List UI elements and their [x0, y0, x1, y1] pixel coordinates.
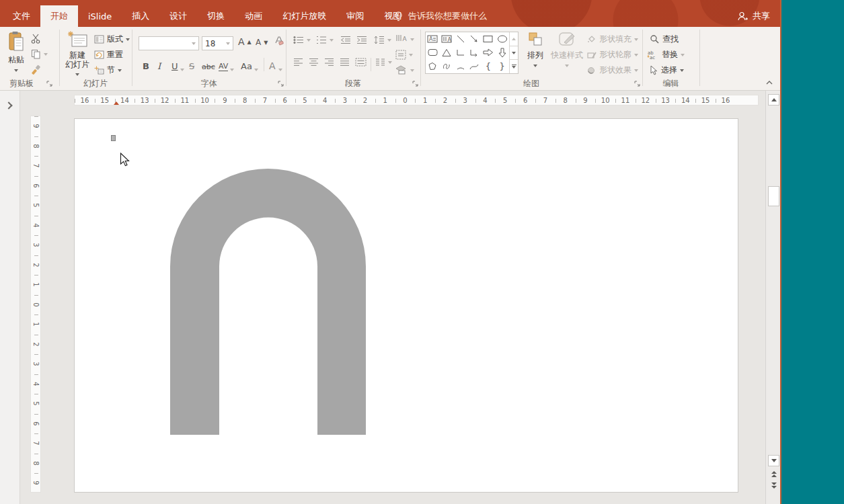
section-button[interactable]: 节	[94, 65, 122, 76]
layout-button[interactable]: 版式	[94, 34, 130, 45]
font-color-button[interactable]: A	[269, 58, 282, 71]
strikethrough-button[interactable]: abc	[202, 58, 215, 71]
text-shadow-button[interactable]: S	[189, 58, 194, 71]
shape-right-brace[interactable]: }	[495, 60, 509, 73]
shape-effects-button[interactable]: 形状效果	[586, 65, 638, 76]
shape-triangle[interactable]	[440, 46, 454, 59]
scrollbar-thumb[interactable]	[768, 186, 779, 206]
shape-oval[interactable]	[495, 32, 509, 46]
select-button[interactable]: 选择	[650, 65, 684, 76]
distribute-button[interactable]	[355, 58, 367, 67]
ruler-number: 1	[375, 95, 395, 105]
scroll-up-button[interactable]	[768, 94, 779, 106]
share-person-icon	[737, 11, 749, 22]
next-slide-button[interactable]	[769, 481, 778, 490]
shape-effects-caret	[634, 69, 638, 72]
decrease-indent-button[interactable]	[340, 36, 351, 44]
quick-styles-button[interactable]: 快速样式	[550, 31, 584, 69]
shape-textbox[interactable]: A	[426, 32, 440, 46]
shape-rectangle[interactable]	[482, 32, 496, 46]
vertical-ruler[interactable]: 9876543210123456789	[30, 116, 41, 493]
shape-outline-button[interactable]: 形状轮廓	[586, 49, 638, 60]
cut-button[interactable]	[31, 34, 41, 44]
gallery-scroll-up-button[interactable]	[510, 32, 518, 46]
tab-file[interactable]: 文件	[3, 5, 40, 27]
clear-formatting-button[interactable]	[273, 35, 284, 46]
scroll-down-button[interactable]	[768, 455, 779, 466]
paste-button[interactable]: 粘贴	[4, 31, 28, 74]
shape-right-arrow[interactable]	[482, 46, 496, 59]
bullets-button[interactable]	[293, 36, 311, 44]
shape-freeform[interactable]	[426, 60, 440, 73]
numbering-button[interactable]	[316, 36, 334, 44]
character-spacing-button[interactable]: AV	[219, 58, 234, 71]
bold-button[interactable]: B	[143, 58, 149, 71]
dialog-launcher-icon[interactable]	[277, 80, 284, 87]
shape-rounded-rectangle[interactable]	[426, 46, 440, 59]
tab-review[interactable]: 审阅	[336, 5, 374, 27]
indent-marker[interactable]	[114, 101, 119, 105]
shape-fill-button[interactable]: 形状填充	[586, 34, 638, 45]
expand-thumbnails-button[interactable]	[5, 101, 12, 109]
align-left-button[interactable]	[293, 58, 303, 67]
gallery-more-button[interactable]	[510, 60, 518, 73]
horizontal-ruler[interactable]: 1615141312111098765432101234567891011121…	[74, 95, 759, 106]
arrange-button[interactable]: 排列	[523, 31, 548, 69]
underline-button[interactable]: U	[171, 58, 184, 71]
vertical-scrollbar[interactable]	[765, 91, 780, 504]
format-painter-button[interactable]	[31, 65, 42, 75]
font-name-combo[interactable]	[139, 36, 199, 50]
line-spacing-caret	[387, 39, 391, 42]
tab-slideshow[interactable]: 幻灯片放映	[272, 5, 336, 27]
shape-curve[interactable]	[467, 60, 482, 73]
justify-button[interactable]	[340, 58, 350, 67]
dialog-launcher-icon[interactable]	[412, 80, 419, 87]
collapse-ribbon-button[interactable]	[765, 79, 773, 86]
shape-down-arrow[interactable]	[495, 46, 509, 59]
select-label: 选择	[661, 65, 677, 76]
dialog-launcher-icon[interactable]	[634, 80, 641, 87]
shrink-font-button[interactable]: A▼	[256, 38, 268, 47]
arch-shape[interactable]	[75, 119, 739, 493]
tell-me-box[interactable]: 告诉我你想要做什么	[393, 5, 487, 27]
shape-arc[interactable]	[453, 60, 467, 73]
tab-insert[interactable]: 插入	[122, 5, 159, 27]
tab-home[interactable]: 开始	[40, 5, 78, 27]
tab-transitions[interactable]: 切换	[197, 5, 235, 27]
slide-canvas[interactable]	[74, 118, 738, 493]
grow-font-button[interactable]: A▲	[238, 36, 252, 47]
share-button[interactable]: 共享	[737, 5, 770, 27]
gallery-scroll-down-button[interactable]	[510, 46, 518, 60]
shape-left-brace[interactable]: {	[482, 60, 496, 73]
italic-button[interactable]: I	[157, 58, 161, 71]
shape-vertical-textbox[interactable]: A	[440, 32, 454, 46]
shape-arrow[interactable]	[467, 32, 482, 46]
increase-indent-button[interactable]	[356, 36, 367, 44]
reset-button[interactable]: 重置	[94, 49, 123, 60]
tab-design[interactable]: 设计	[159, 5, 197, 27]
tab-label: 动画	[245, 10, 262, 22]
tab-islide[interactable]: iSlide	[78, 5, 122, 27]
replace-button[interactable]: ab ac 替换	[647, 49, 685, 60]
align-center-button[interactable]	[309, 58, 319, 67]
columns-button[interactable]	[375, 58, 392, 67]
tab-animations[interactable]: 动画	[235, 5, 272, 27]
change-case-button[interactable]: Aa	[241, 58, 258, 71]
convert-smartart-button[interactable]	[395, 65, 414, 75]
find-button[interactable]: 查找	[650, 34, 679, 45]
shape-elbow-arrow-connector[interactable]	[467, 46, 482, 59]
font-size-combo[interactable]: 18	[202, 36, 233, 50]
new-slide-button[interactable]: 新建 幻灯片	[63, 31, 91, 79]
text-direction-button[interactable]: A	[395, 34, 414, 44]
small-slide-object[interactable]	[111, 135, 116, 141]
shape-line[interactable]	[453, 32, 467, 46]
ruler-number: 2	[31, 255, 40, 276]
line-spacing-button[interactable]	[374, 36, 391, 44]
previous-slide-button[interactable]	[769, 470, 778, 478]
align-text-button[interactable]	[395, 50, 413, 60]
shape-scribble[interactable]	[440, 60, 454, 73]
dialog-launcher-icon[interactable]	[46, 80, 53, 87]
copy-button[interactable]	[31, 49, 48, 59]
align-right-button[interactable]	[324, 58, 334, 67]
shape-elbow-connector[interactable]	[453, 46, 467, 59]
